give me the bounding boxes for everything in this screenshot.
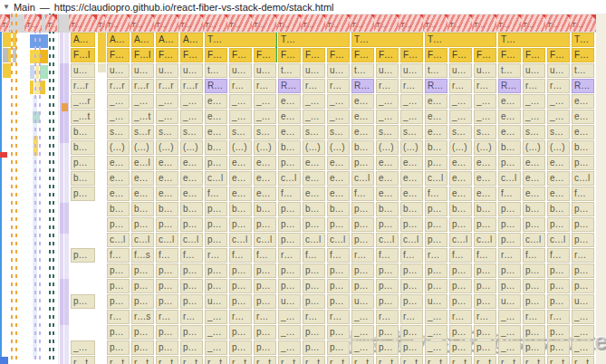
flame-cell[interactable]: _…: [498, 340, 521, 355]
flame-cell[interactable]: p…: [425, 233, 447, 247]
left-activity-block[interactable]: [0, 357, 8, 364]
flame-cell[interactable]: p…: [205, 202, 227, 216]
task-bar[interactable]: T…: [350, 14, 376, 32]
flame-cell[interactable]: p…: [400, 294, 423, 309]
flame-cell[interactable]: r…: [547, 79, 570, 93]
flame-cell[interactable]: u…: [498, 294, 521, 309]
flame-cell[interactable]: p…: [131, 263, 154, 278]
flame-cell[interactable]: p…: [523, 325, 545, 340]
flame-cell[interactable]: p…: [425, 156, 447, 170]
flame-cell[interactable]: p…: [572, 202, 594, 216]
flame-cell[interactable]: R…: [572, 79, 594, 93]
flame-cell[interactable]: p…: [376, 340, 399, 355]
flame-cell[interactable]: _…r: [71, 94, 95, 109]
flame-cell[interactable]: e…: [327, 156, 350, 170]
flame-cell[interactable]: r…: [229, 79, 252, 93]
flame-cell[interactable]: c…l: [425, 171, 447, 186]
flame-cell[interactable]: (…): [547, 140, 570, 155]
flame-cell[interactable]: b…: [474, 202, 496, 216]
flame-cell[interactable]: e…: [547, 171, 570, 186]
flame-cell[interactable]: _…: [107, 110, 130, 124]
flame-cell[interactable]: c…l: [107, 233, 130, 247]
flame-cell[interactable]: e…: [278, 110, 301, 124]
flame-cell[interactable]: _…: [205, 340, 227, 355]
flame-cell[interactable]: e…: [229, 156, 252, 170]
flame-cell[interactable]: R…: [205, 79, 227, 93]
flame-cell[interactable]: e…: [180, 171, 203, 186]
flame-cell[interactable]: u…: [229, 63, 252, 78]
flame-cell[interactable]: p…: [254, 263, 276, 278]
flame-cell[interactable]: s…: [254, 125, 276, 139]
flame-cell[interactable]: c…l: [474, 233, 496, 247]
flame-cell[interactable]: r…r: [180, 79, 203, 93]
flame-cell[interactable]: e…: [107, 156, 130, 170]
flame-cell[interactable]: (…): [400, 140, 423, 155]
flame-cell[interactable]: _…: [376, 94, 399, 109]
disclosure-triangle[interactable]: ▼: [3, 3, 10, 11]
flame-cell[interactable]: _…: [205, 310, 227, 324]
flame-cell[interactable]: e…: [449, 171, 472, 186]
flame-cell[interactable]: u…: [278, 294, 301, 309]
flame-cell[interactable]: u…: [376, 63, 399, 78]
flame-cell[interactable]: r…: [449, 79, 472, 93]
flame-cell[interactable]: b…: [131, 202, 154, 216]
flame-cell[interactable]: c…l: [498, 171, 521, 186]
flame-cell[interactable]: e…: [572, 94, 594, 109]
flame-cell[interactable]: p…: [205, 217, 227, 232]
flame-cell[interactable]: p…: [351, 156, 374, 170]
flame-cell[interactable]: _…: [547, 94, 570, 109]
task-bar[interactable]: T…: [301, 14, 327, 32]
flame-cell[interactable]: r…t: [498, 356, 521, 364]
flame-cell[interactable]: p…: [327, 294, 350, 309]
flame-cell[interactable]: b…: [156, 202, 178, 216]
flame-cell[interactable]: _…: [474, 110, 496, 124]
flame-cell[interactable]: e…: [523, 187, 545, 201]
flame-cell[interactable]: s…: [180, 125, 203, 139]
flame-cell[interactable]: u…: [351, 294, 374, 309]
flame-cell[interactable]: T…: [205, 33, 276, 47]
flame-cell[interactable]: p…: [278, 156, 301, 170]
flame-cell[interactable]: p…: [572, 263, 594, 278]
flame-cell[interactable]: b…: [71, 140, 95, 155]
flame-cell[interactable]: e…: [351, 94, 374, 109]
flame-cell[interactable]: e…: [400, 156, 423, 170]
flame-cell[interactable]: e…: [303, 187, 325, 201]
flame-cell[interactable]: b…: [523, 202, 545, 216]
flame-cell[interactable]: F…: [498, 48, 521, 62]
flame-cell[interactable]: A…: [131, 33, 154, 47]
flame-cell[interactable]: F…: [547, 48, 570, 62]
task-bar[interactable]: T…: [0, 14, 10, 32]
flame-cell[interactable]: c…l: [376, 233, 399, 247]
flame-cell[interactable]: _…: [254, 94, 276, 109]
flame-cell[interactable]: e…: [547, 156, 570, 170]
flame-cell[interactable]: F…: [474, 48, 496, 62]
flame-cell[interactable]: r…t: [425, 356, 447, 364]
flame-cell[interactable]: r…t: [376, 356, 399, 364]
flame-cell[interactable]: p…: [474, 294, 496, 309]
flame-cell[interactable]: p…: [449, 279, 472, 293]
flame-cell[interactable]: b…: [71, 171, 95, 186]
flame-cell[interactable]: _…t: [131, 110, 154, 124]
flame-cell[interactable]: c…l: [205, 171, 227, 186]
flame-cell[interactable]: s…: [107, 125, 130, 139]
flame-cell[interactable]: f…: [180, 248, 203, 263]
flame-cell[interactable]: F…: [107, 48, 130, 62]
flame-cell[interactable]: R…: [498, 79, 521, 93]
flame-cell[interactable]: e…: [327, 187, 350, 201]
flame-cell[interactable]: _…: [229, 110, 252, 124]
flame-cell[interactable]: p…: [327, 325, 350, 340]
flame-cell[interactable]: c…l: [303, 233, 325, 247]
flame-cell[interactable]: R…: [425, 79, 447, 93]
task-bar[interactable]: T…: [423, 14, 449, 32]
flame-cell[interactable]: e…: [327, 171, 350, 186]
flame-cell[interactable]: e…: [229, 171, 252, 186]
flame-cell[interactable]: p…: [425, 202, 447, 216]
flame-cell[interactable]: b…: [400, 202, 423, 216]
task-bar[interactable]: T…: [105, 14, 131, 32]
flame-cell[interactable]: p…: [547, 325, 570, 340]
flame-cell[interactable]: p…: [474, 217, 496, 232]
flame-cell[interactable]: p…: [71, 248, 95, 263]
flame-cell[interactable]: (…): [449, 140, 472, 155]
flame-cell[interactable]: p…: [327, 279, 350, 293]
flame-cell[interactable]: p…: [449, 217, 472, 232]
